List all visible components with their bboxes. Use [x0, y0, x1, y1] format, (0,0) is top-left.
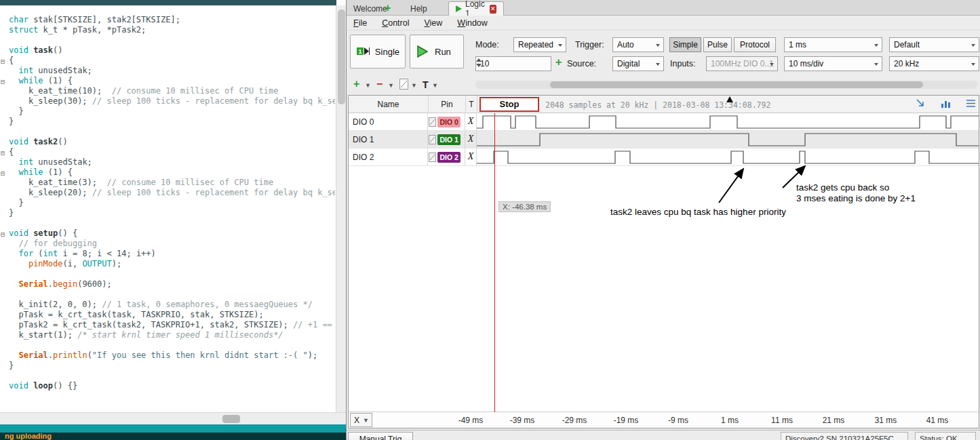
run-button[interactable]: Run — [410, 35, 464, 68]
trigger-x[interactable]: X — [465, 131, 477, 148]
waveform-table: Name Pin T Stop 2048 samples at 20 kHz |… — [348, 95, 979, 428]
channel-row[interactable]: DIO 2DIO 2X — [349, 148, 979, 166]
ide-status-bar — [0, 424, 346, 433]
close-icon[interactable]: ✕ — [490, 5, 496, 14]
code-line: // for debugging — [9, 239, 335, 249]
acquisition-status: 2048 samples at 20 kHz | 2018-03-08 13:3… — [545, 100, 770, 110]
channel-row[interactable]: DIO 1DIO 1X — [349, 131, 979, 148]
fold-icon[interactable]: ⊟ — [1, 168, 5, 178]
scrollbar-thumb[interactable] — [338, 9, 345, 104]
menu-view[interactable]: View — [424, 18, 442, 28]
code-line — [9, 127, 335, 137]
axis-tick-label: 41 ms — [926, 416, 949, 425]
fold-icon[interactable]: ⊟ — [1, 148, 5, 158]
editor-horizontal-scrollbar[interactable] — [0, 412, 346, 424]
fold-icon[interactable]: ⊟ — [1, 56, 5, 66]
code-line — [9, 35, 335, 45]
channel-edit-icon[interactable] — [429, 135, 436, 144]
channel-pin-cell: DIO 1 — [428, 131, 465, 148]
add-channel-icon[interactable]: + — [353, 78, 359, 90]
code-line: int unusedStak; — [9, 66, 335, 76]
channel-toolbar: + ▼ − ▼ ▼ T ▼ — [347, 75, 980, 95]
menu-bar: FileControlViewWindow — [347, 16, 980, 31]
status-strip: Manual Trig Discovery2 SN 210321A25F5C S… — [347, 430, 980, 440]
column-trigger[interactable]: T — [466, 96, 477, 113]
plot-horizontal-scrollbar[interactable] — [475, 81, 977, 89]
code-line: k_eat_time(3); // consume 10 millisec of… — [9, 178, 335, 188]
manual-trigger-button[interactable]: Manual Trig — [348, 432, 413, 440]
code-line — [9, 289, 335, 300]
channel-edit-icon[interactable] — [429, 153, 436, 162]
trigger-menu[interactable]: T — [423, 79, 429, 90]
axis-tick-label: 51 ms — [979, 416, 979, 425]
protocol-button[interactable]: Protocol — [734, 37, 776, 52]
editor-vertical-scrollbar[interactable] — [336, 5, 346, 412]
rate-select[interactable]: 20 kHz — [889, 56, 979, 71]
annotation-text: task2 leaves cpu bq task has higher prio… — [610, 207, 786, 217]
combo-value: 100MHz DIO 0..1 — [711, 59, 774, 68]
inputs-label: Inputs: — [670, 59, 696, 68]
trigger-select[interactable]: Auto — [612, 37, 664, 52]
buffer-spinner[interactable]: 10 — [475, 56, 551, 71]
tab-logic1[interactable]: Logic 1 ✕ — [448, 1, 504, 16]
chevron-down-icon[interactable]: ▼ — [388, 82, 394, 89]
trigger-position-marker[interactable] — [726, 96, 733, 102]
scrollbar-thumb[interactable] — [550, 81, 923, 88]
export-icon[interactable] — [916, 98, 926, 108]
code-line: int unusedStak; — [9, 157, 335, 167]
waveform[interactable] — [477, 113, 979, 130]
source-select[interactable]: Digital — [612, 56, 664, 71]
fold-icon[interactable]: ⊟ — [1, 229, 5, 239]
code-line: k_eat_time(10); // consume 10 millisec o… — [9, 86, 335, 96]
chevron-down-icon[interactable]: ▼ — [365, 82, 371, 89]
column-name[interactable]: Name — [349, 96, 429, 113]
trigger-x[interactable]: X — [465, 148, 477, 165]
simple-button[interactable]: Simple — [669, 37, 701, 52]
arduino-ide-panel: char stak[STKSIZE], stak2[STKSIZE];struc… — [0, 0, 346, 440]
tab-help[interactable]: Help — [404, 1, 434, 16]
menu-file[interactable]: File — [353, 18, 367, 28]
console-text: ng uploading — [5, 433, 52, 440]
data-view-icon[interactable] — [966, 98, 976, 108]
code-line: void loop() {} — [9, 381, 335, 391]
button-label: Single — [375, 47, 399, 57]
measurements-icon[interactable] — [941, 98, 951, 108]
waveform[interactable] — [477, 131, 979, 148]
channel-row[interactable]: DIO 0DIO 0X — [349, 113, 979, 131]
chevron-down-icon[interactable]: ▼ — [411, 82, 417, 89]
combo-value: 1 ms — [789, 40, 806, 49]
mode-select[interactable]: Repeated — [513, 37, 566, 52]
pulse-button[interactable]: Pulse — [703, 37, 732, 52]
trigger-x[interactable]: X — [465, 113, 477, 130]
chevron-down-icon[interactable]: ▼ — [432, 82, 438, 89]
profile-select[interactable]: Default — [889, 37, 979, 52]
position-select[interactable]: 1 ms — [784, 37, 882, 52]
timebase-select[interactable]: 10 ms/div — [784, 56, 882, 71]
menu-control[interactable]: Control — [382, 18, 409, 28]
column-pin[interactable]: Pin — [429, 96, 466, 113]
inputs-select: 100MHz DIO 0..1 — [706, 56, 778, 71]
fold-icon[interactable]: ⊟ — [1, 77, 5, 87]
remove-channel-icon[interactable]: − — [376, 78, 383, 90]
waveform[interactable] — [477, 148, 979, 165]
x-cursor-line[interactable] — [494, 113, 495, 412]
add-source-icon[interactable]: + — [555, 56, 562, 68]
channel-edit-icon[interactable] — [429, 117, 436, 127]
code-line: void task2() — [9, 137, 335, 147]
table-header: Name Pin T Stop 2048 samples at 20 kHz |… — [349, 96, 979, 113]
axis-tick-label: 11 ms — [771, 416, 793, 425]
channel-rows: DIO 0DIO 0XDIO 1DIO 1XDIO 2DIO 2X — [349, 113, 979, 166]
axis-tick-label: 31 ms — [875, 416, 897, 425]
button-label: Simple — [673, 40, 698, 49]
channel-style-icon[interactable] — [399, 79, 408, 89]
button-label: Run — [435, 47, 451, 57]
code-editor[interactable]: char stak[STKSIZE], stak2[STKSIZE];struc… — [0, 5, 335, 412]
scrollbar-thumb[interactable] — [222, 415, 240, 423]
x-cursor-select[interactable]: X ▼ — [350, 413, 372, 427]
add-tab-icon[interactable]: + — [385, 2, 391, 14]
menu-window[interactable]: Window — [457, 18, 487, 28]
stop-button[interactable]: Stop — [479, 97, 539, 112]
single-button[interactable]: 1 Single — [350, 35, 406, 68]
pin-badge: DIO 2 — [437, 152, 460, 163]
code-line: k_start(1); /* start krnl timer speed 1 … — [9, 330, 335, 340]
